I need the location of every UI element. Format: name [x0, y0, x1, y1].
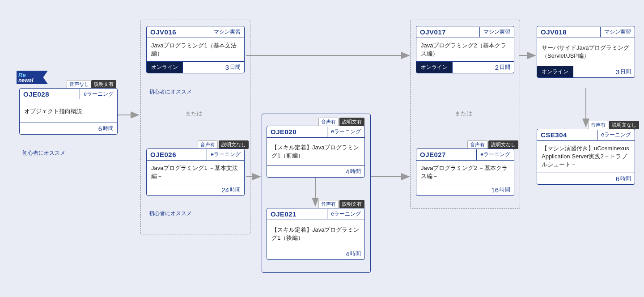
duration-unit: 時間 [229, 186, 244, 194]
course-mode: オンライン [416, 62, 453, 73]
badge-desc-no: 説明文なし [609, 121, 639, 129]
or-label: または [185, 110, 203, 118]
duration-value: 4 [343, 168, 349, 175]
course-title: 【スキル定着】Javaプログラミング1（前編） [267, 138, 364, 165]
course-type: マシン実習 [479, 27, 514, 37]
course-code: OJE026 [147, 149, 207, 160]
duration-value: 3 [223, 64, 229, 71]
duration-unit: 日間 [229, 64, 244, 71]
course-title: サーバサイドJavaプログラミング（Servlet/JSP編） [537, 38, 635, 66]
duration-value: 6 [613, 175, 619, 182]
course-type: eラーニング [476, 149, 514, 160]
course-type: eラーニング [327, 209, 364, 219]
badge-audio-yes: 音声有 [318, 118, 339, 126]
course-title: Javaプログラミング2（基本クラス編） [416, 38, 514, 61]
duration-unit: 時間 [499, 186, 514, 194]
duration-unit: 時間 [619, 175, 635, 182]
duration-unit: 時間 [102, 125, 117, 132]
course-title: Javaプログラミング1（基本文法編） [147, 38, 244, 61]
duration-value: 6 [96, 125, 102, 132]
recommend-label: 初心者にオススメ [149, 210, 192, 217]
badge-audio-no: 音声なし [67, 80, 92, 89]
recommend-label: 初心者にオススメ [149, 88, 192, 96]
course-type: eラーニング [327, 127, 364, 137]
badge-audio-yes: 音声有 [318, 200, 339, 208]
badge-audio-yes: 音声有 [198, 140, 218, 149]
duration-value: 2 [492, 64, 499, 71]
course-oje020[interactable]: OJE020 eラーニング 【スキル定着】Javaプログラミング1（前編） 4 … [267, 126, 365, 178]
duration-value: 3 [613, 68, 619, 76]
course-code: OJV017 [416, 27, 479, 37]
course-oje027[interactable]: OJE027 eラーニング Javaプログラミング2 －基本クラス編－ 16 時… [416, 148, 514, 196]
course-ojv017[interactable]: OJV017 マシン実習 Javaプログラミング2（基本クラス編） オンライン … [416, 26, 514, 73]
badge-desc-no: 説明文なし [488, 140, 518, 149]
badge-audio-yes: 音声有 [467, 140, 487, 149]
course-ojv016[interactable]: OJV016 マシン実習 Javaプログラミング1（基本文法編） オンライン 3… [146, 26, 245, 73]
course-type: eラーニング [80, 89, 117, 99]
badge-audio-yes: 音声有 [588, 121, 608, 129]
course-title: 【マシン演習付き】uCosminexus Application Server実… [537, 141, 635, 173]
duration-unit: 時間 [349, 250, 364, 258]
course-title: オブジェクト指向概説 [20, 100, 117, 123]
or-label: または [455, 110, 472, 118]
course-cse304[interactable]: CSE304 eラーニング 【マシン演習付き】uCosminexus Appli… [537, 129, 635, 185]
course-code: OJE021 [267, 209, 327, 219]
badge-desc-yes: 説明文有 [339, 118, 364, 126]
badge-desc-yes: 説明文有 [339, 200, 364, 208]
renewal-ribbon: Renewal [17, 71, 48, 84]
recommend-label: 初心者にオススメ [22, 149, 65, 157]
course-code: OJE020 [267, 127, 327, 137]
course-type: eラーニング [207, 149, 244, 160]
course-title: 【スキル定着】Javaプログラミング1（後編） [267, 220, 364, 248]
course-oje021[interactable]: OJE021 eラーニング 【スキル定着】Javaプログラミング1（後編） 4 … [267, 208, 365, 260]
course-oje026[interactable]: OJE026 eラーニング Javaプログラミング1 －基本文法編－ 24 時間 [146, 148, 245, 196]
course-type: マシン実習 [600, 27, 635, 37]
duration-value: 4 [343, 250, 349, 258]
course-oje028[interactable]: OJE028 eラーニング オブジェクト指向概説 6 時間 [19, 88, 118, 135]
course-code: OJE027 [416, 149, 476, 160]
course-code: CSE304 [537, 130, 597, 140]
duration-value: 24 [219, 186, 229, 194]
badge-desc-yes: 説明文有 [91, 80, 116, 89]
course-code: OJE028 [20, 89, 80, 99]
course-code: OJV018 [537, 27, 600, 37]
course-type: eラーニング [597, 130, 635, 140]
course-title: Javaプログラミング2 －基本クラス編－ [416, 161, 514, 184]
course-type: マシン実習 [210, 27, 244, 37]
course-ojv018[interactable]: OJV018 マシン実習 サーバサイドJavaプログラミング（Servlet/J… [537, 26, 635, 78]
duration-unit: 日間 [619, 68, 635, 76]
course-mode: オンライン [147, 62, 183, 73]
badge-desc-no: 説明文なし [219, 140, 249, 149]
duration-unit: 日間 [499, 64, 514, 71]
course-title: Javaプログラミング1 －基本文法編－ [147, 161, 244, 184]
duration-unit: 時間 [349, 168, 364, 175]
course-mode: オンライン [537, 66, 573, 77]
course-code: OJV016 [147, 27, 210, 37]
duration-value: 16 [488, 186, 499, 194]
